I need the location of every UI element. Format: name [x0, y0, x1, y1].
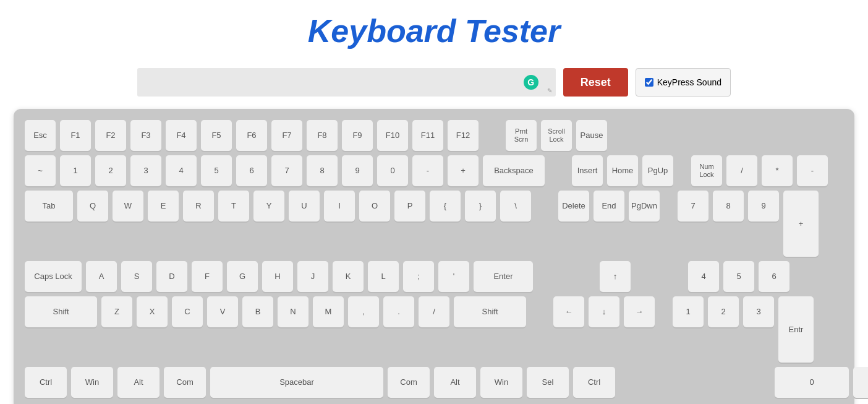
key-n[interactable]: N: [278, 296, 308, 327]
key-b[interactable]: B: [242, 296, 273, 327]
key-minus[interactable]: -: [412, 155, 443, 186]
key-num5[interactable]: 5: [723, 261, 754, 292]
key-4[interactable]: 4: [166, 155, 197, 186]
key-8[interactable]: 8: [307, 155, 338, 186]
key-win-left[interactable]: Win: [71, 367, 113, 398]
key-tilde[interactable]: ~: [25, 155, 56, 186]
key-9[interactable]: 9: [342, 155, 373, 186]
key-backslash[interactable]: \: [500, 191, 531, 221]
key-slash[interactable]: /: [419, 296, 449, 327]
key-f11[interactable]: F11: [412, 120, 443, 151]
key-5[interactable]: 5: [201, 155, 232, 186]
key-num1[interactable]: 1: [673, 296, 704, 327]
key-num-dot[interactable]: .: [853, 367, 868, 398]
key-num8[interactable]: 8: [713, 191, 744, 221]
keypress-sound-checkbox[interactable]: [645, 78, 653, 87]
key-arrow-up[interactable]: ↑: [600, 261, 631, 292]
key-num4[interactable]: 4: [688, 261, 719, 292]
key-pgup[interactable]: PgUp: [642, 155, 673, 186]
key-arrow-left[interactable]: ←: [553, 296, 584, 327]
key-num-plus[interactable]: +: [783, 191, 819, 257]
key-esc[interactable]: Esc: [25, 120, 56, 151]
key-capslock[interactable]: Caps Lock: [25, 261, 82, 292]
key-end[interactable]: End: [594, 191, 624, 221]
key-f1[interactable]: F1: [60, 120, 91, 151]
key-2[interactable]: 2: [95, 155, 126, 186]
key-home[interactable]: Home: [607, 155, 638, 186]
key-num7[interactable]: 7: [678, 191, 708, 221]
key-numlock[interactable]: NumLock: [691, 155, 722, 186]
key-f4[interactable]: F4: [166, 120, 197, 151]
key-com-left[interactable]: Com: [164, 367, 206, 398]
key-w[interactable]: W: [113, 191, 143, 221]
key-t[interactable]: T: [218, 191, 249, 221]
key-shift-left[interactable]: Shift: [25, 296, 97, 327]
key-o[interactable]: O: [359, 191, 390, 221]
key-lbrace[interactable]: {: [430, 191, 461, 221]
key-q[interactable]: Q: [77, 191, 108, 221]
key-f[interactable]: F: [192, 261, 223, 292]
key-f12[interactable]: F12: [448, 120, 479, 151]
key-ctrl-right[interactable]: Ctrl: [573, 367, 615, 398]
key-num0[interactable]: 0: [775, 367, 849, 398]
key-f5[interactable]: F5: [201, 120, 232, 151]
key-semicolon[interactable]: ;: [403, 261, 434, 292]
key-rbrace[interactable]: }: [465, 191, 496, 221]
key-enter[interactable]: Enter: [474, 261, 533, 292]
key-comma[interactable]: ,: [348, 296, 379, 327]
key-shift-right[interactable]: Shift: [454, 296, 526, 327]
key-r[interactable]: R: [183, 191, 214, 221]
key-arrow-right[interactable]: →: [624, 296, 655, 327]
key-backspace[interactable]: Backspace: [483, 155, 545, 186]
key-x[interactable]: X: [137, 296, 168, 327]
key-3[interactable]: 3: [130, 155, 161, 186]
key-com-right[interactable]: Com: [388, 367, 430, 398]
key-f10[interactable]: F10: [377, 120, 408, 151]
key-num-minus[interactable]: -: [797, 155, 828, 186]
key-f7[interactable]: F7: [271, 120, 302, 151]
key-c[interactable]: C: [172, 296, 203, 327]
key-num3[interactable]: 3: [743, 296, 774, 327]
key-alt-right[interactable]: Alt: [434, 367, 476, 398]
key-sel[interactable]: Sel: [527, 367, 569, 398]
key-f6[interactable]: F6: [236, 120, 267, 151]
key-i[interactable]: I: [324, 191, 355, 221]
key-e[interactable]: E: [148, 191, 179, 221]
key-alt-left[interactable]: Alt: [117, 367, 160, 398]
key-f9[interactable]: F9: [342, 120, 373, 151]
key-s[interactable]: S: [121, 261, 152, 292]
key-0[interactable]: 0: [377, 155, 408, 186]
key-num9[interactable]: 9: [748, 191, 779, 221]
key-7[interactable]: 7: [271, 155, 302, 186]
key-u[interactable]: U: [289, 191, 320, 221]
key-k[interactable]: K: [333, 261, 364, 292]
key-y[interactable]: Y: [253, 191, 284, 221]
key-win-right[interactable]: Win: [480, 367, 522, 398]
key-num-star[interactable]: *: [762, 155, 793, 186]
key-g[interactable]: G: [227, 261, 258, 292]
key-tab[interactable]: Tab: [25, 191, 73, 221]
key-h[interactable]: H: [262, 261, 293, 292]
key-m[interactable]: M: [313, 296, 344, 327]
key-num-slash[interactable]: /: [726, 155, 757, 186]
text-input[interactable]: [143, 68, 550, 97]
key-pgdn[interactable]: PgDwn: [629, 191, 660, 221]
key-num-enter[interactable]: Entr: [778, 296, 814, 363]
key-f2[interactable]: F2: [95, 120, 126, 151]
key-f3[interactable]: F3: [130, 120, 161, 151]
key-period[interactable]: .: [383, 296, 414, 327]
keypress-sound-label[interactable]: KeyPress Sound: [636, 68, 731, 97]
key-j[interactable]: J: [297, 261, 328, 292]
key-1[interactable]: 1: [60, 155, 91, 186]
key-pause[interactable]: Pause: [576, 120, 607, 151]
key-num2[interactable]: 2: [708, 296, 739, 327]
key-6[interactable]: 6: [236, 155, 267, 186]
key-v[interactable]: V: [207, 296, 238, 327]
key-insert[interactable]: Insert: [572, 155, 603, 186]
key-p[interactable]: P: [394, 191, 425, 221]
key-prtscn[interactable]: PrntScrn: [506, 120, 537, 151]
key-plus[interactable]: +: [448, 155, 479, 186]
key-arrow-down[interactable]: ↓: [589, 296, 619, 327]
key-d[interactable]: D: [156, 261, 187, 292]
key-quote[interactable]: ': [438, 261, 469, 292]
